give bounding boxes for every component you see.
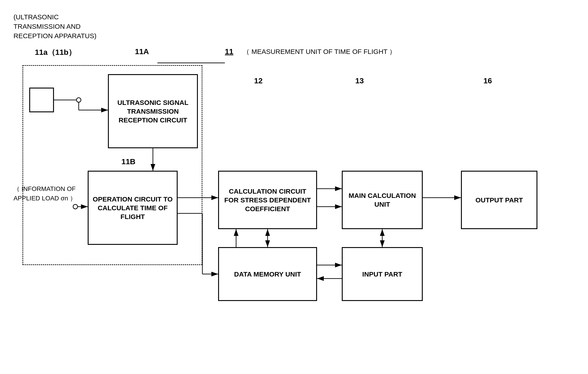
box-data: DATA MEMORY UNIT xyxy=(218,247,317,301)
label-11a: 11a（11b） xyxy=(35,47,76,58)
label-11A: 11A xyxy=(135,47,149,56)
label-12-actual: 12 xyxy=(254,76,263,85)
apparatus-dashed-border xyxy=(22,65,202,265)
box-calculation: CALCULATION CIRCUIT FOR STRESS DEPENDENT… xyxy=(218,171,317,229)
diagram-container: (ULTRASONIC TRANSMISSION AND RECEPTION A… xyxy=(0,0,588,374)
measurement-unit-label: （ MEASUREMENT UNIT OF TIME OF FLIGHT ） xyxy=(243,47,396,56)
label-16: 16 xyxy=(483,76,492,85)
apparatus-title-label: (ULTRASONIC TRANSMISSION AND RECEPTION A… xyxy=(13,12,108,41)
box-main: MAIN CALCULATION UNIT xyxy=(342,171,423,229)
box-input: INPUT PART xyxy=(342,247,423,301)
box-output: OUTPUT PART xyxy=(461,171,537,229)
label-13: 13 xyxy=(355,76,364,85)
label-11: 11 xyxy=(225,47,233,56)
